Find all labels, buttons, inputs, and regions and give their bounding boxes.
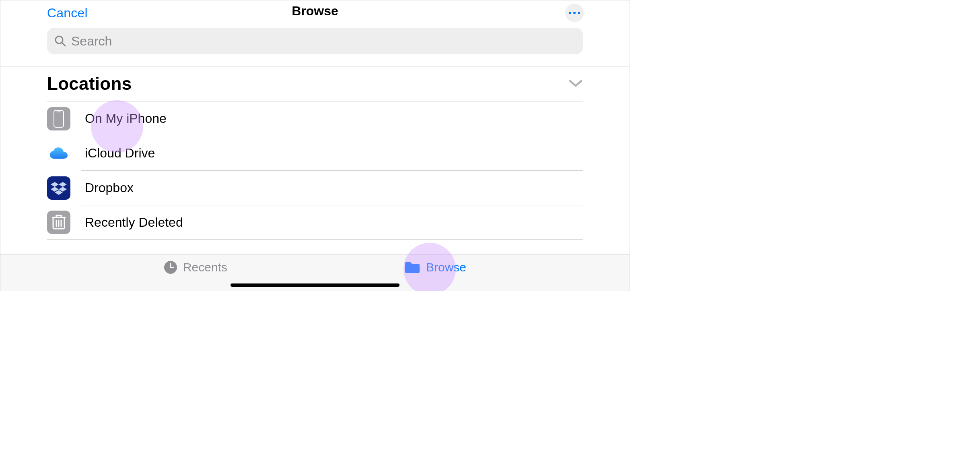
ellipsis-icon: [578, 12, 580, 14]
search-icon: [54, 35, 66, 47]
section-title: Locations: [47, 74, 132, 94]
tab-browse[interactable]: Browse: [404, 261, 466, 274]
dropbox-icon: [47, 176, 70, 200]
home-indicator[interactable]: [231, 283, 399, 287]
search-bar[interactable]: Search: [47, 28, 583, 54]
location-icloud-drive[interactable]: iCloud Drive: [47, 136, 583, 170]
svg-rect-18: [405, 265, 420, 273]
ellipsis-icon: [569, 12, 571, 14]
cancel-button[interactable]: Cancel: [47, 6, 88, 21]
tab-label: Browse: [426, 261, 466, 274]
folder-icon: [404, 261, 420, 274]
ellipsis-icon: [573, 12, 576, 14]
location-dropbox[interactable]: Dropbox: [47, 171, 583, 205]
svg-marker-3: [59, 182, 67, 187]
header-divider: [0, 66, 630, 66]
chevron-down-icon: [568, 79, 583, 88]
tab-label: Recents: [183, 261, 227, 274]
location-on-my-iphone[interactable]: On My iPhone: [47, 101, 583, 136]
page-title: Browse: [292, 4, 338, 19]
section-header[interactable]: Locations: [47, 74, 583, 101]
location-recently-deleted[interactable]: Recently Deleted: [47, 205, 583, 240]
tab-recents[interactable]: Recents: [164, 261, 227, 274]
location-label: Recently Deleted: [85, 215, 183, 230]
search-placeholder: Search: [71, 34, 112, 49]
clock-icon: [164, 261, 177, 274]
icloud-icon: [47, 142, 70, 165]
more-button[interactable]: [565, 4, 584, 22]
header: Cancel Browse Search: [0, 0, 630, 54]
location-label: Dropbox: [85, 180, 134, 195]
location-label: On My iPhone: [85, 111, 167, 126]
iphone-icon: [47, 107, 70, 130]
svg-line-1: [62, 43, 65, 46]
trash-icon: [47, 211, 70, 234]
svg-marker-2: [51, 182, 59, 187]
locations-section: Locations On My iPhone: [0, 74, 630, 240]
locations-list: On My iPhone iCloud Drive: [47, 101, 583, 240]
location-label: iCloud Drive: [85, 146, 155, 161]
